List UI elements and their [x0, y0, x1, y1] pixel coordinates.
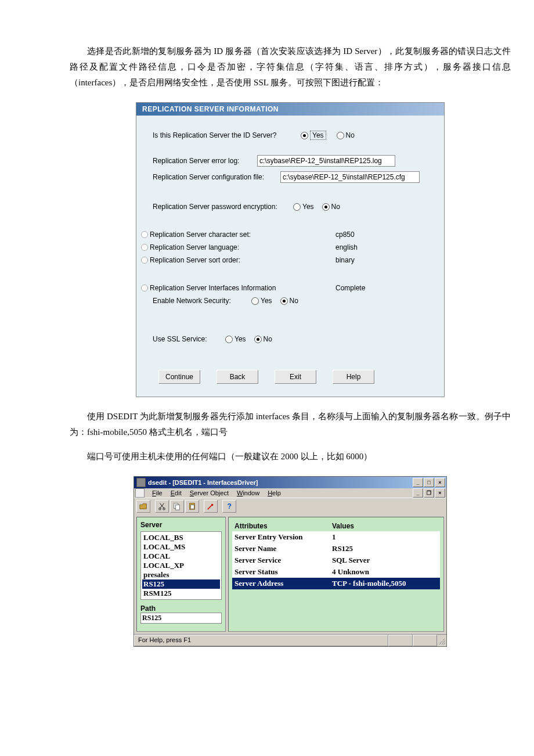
netsec-yes-radio[interactable]: [251, 297, 259, 305]
ping-icon[interactable]: [204, 500, 218, 513]
table-row[interactable]: Server Entry Version 1: [232, 531, 440, 543]
resize-grip-icon[interactable]: [437, 635, 446, 646]
dsedit-titlebar: dsedit - [DSEDIT1 - InterfacesDriver] _ …: [134, 477, 446, 488]
table-row[interactable]: Server Status 4 Unknown: [232, 566, 440, 578]
sort-radio[interactable]: [141, 257, 148, 264]
mdi-minimize-button[interactable]: _: [413, 488, 423, 498]
path-input[interactable]: [140, 613, 222, 624]
interfaces-radio[interactable]: [141, 285, 148, 291]
ssl-label: Use SSL Service:: [153, 335, 225, 343]
svg-text:?: ?: [228, 502, 232, 510]
menu-edit[interactable]: Edit: [167, 489, 186, 497]
error-log-input[interactable]: [257, 155, 395, 167]
dsedit-title: dsedit - [DSEDIT1 - InterfacesDriver]: [148, 479, 258, 486]
back-button[interactable]: Back: [217, 370, 258, 384]
open-icon[interactable]: [136, 500, 150, 513]
list-item[interactable]: LOCAL: [142, 552, 220, 561]
ssl-yes-radio[interactable]: [225, 336, 233, 343]
id-server-yes-label: Yes: [310, 131, 326, 140]
server-list[interactable]: LOCAL_BS LOCAL_MS LOCAL LOCAL_XP presale…: [140, 531, 222, 600]
attributes-table: Attributes Values Server Entry Version 1…: [232, 521, 440, 589]
server-panel: Server LOCAL_BS LOCAL_MS LOCAL LOCAL_XP …: [136, 517, 226, 632]
language-value: english: [335, 243, 358, 251]
svg-rect-5: [190, 505, 194, 509]
menu-help[interactable]: Help: [264, 489, 285, 497]
list-item[interactable]: LOCAL_MS: [142, 542, 220, 552]
pwd-encrypt-label: Replication Server password encryption:: [153, 203, 293, 211]
attr-header: Attributes: [232, 521, 330, 531]
server-header: Server: [140, 521, 222, 529]
minimize-button[interactable]: _: [413, 478, 423, 487]
menu-window[interactable]: Window: [233, 489, 264, 497]
body-paragraph-2: 使用 DSEDIT 为此新增复制服务器先行添加 interfaces 条目，名称…: [23, 409, 534, 440]
svg-rect-3: [175, 505, 179, 510]
dsedit-statusbar: For Help, press F1: [134, 634, 446, 646]
table-row[interactable]: Server Service SQL Server: [232, 555, 440, 566]
config-file-input[interactable]: [280, 171, 420, 183]
netsec-yes-label: Yes: [261, 297, 272, 305]
path-label: Path: [140, 604, 222, 613]
continue-button[interactable]: Continue: [158, 370, 200, 384]
charset-label: Replication Server character set:: [150, 231, 335, 239]
screenshot-dsedit: dsedit - [DSEDIT1 - InterfacesDriver] _ …: [134, 476, 447, 647]
config-file-label: Replication Server configuration file:: [153, 173, 280, 181]
menu-serverobject[interactable]: Server Object: [186, 489, 233, 497]
dsedit-menubar: File Edit Server Object Window Help _ ❐ …: [134, 488, 446, 498]
sort-value: binary: [335, 256, 355, 264]
pwd-no-label: No: [331, 203, 340, 211]
app-icon: [136, 478, 146, 487]
ssl-no-radio[interactable]: [254, 336, 262, 343]
netsec-no-radio[interactable]: [280, 297, 288, 305]
table-row-selected[interactable]: Server Address TCP - fshi-mobile,5050: [232, 578, 440, 589]
id-server-no-radio[interactable]: [337, 132, 344, 139]
list-item[interactable]: LOCAL_XP: [142, 561, 220, 570]
language-label: Replication Server language:: [150, 243, 335, 251]
charset-radio[interactable]: [141, 231, 148, 238]
pwd-yes-label: Yes: [302, 203, 314, 211]
ssl-yes-label: Yes: [234, 335, 246, 343]
close-button[interactable]: ×: [435, 478, 445, 487]
charset-value: cp850: [335, 231, 355, 239]
window-title: REPLICATION SERVER INFORMATION: [136, 103, 444, 116]
svg-point-6: [211, 504, 214, 506]
screenshot-replication-server: REPLICATION SERVER INFORMATION Is this R…: [136, 102, 445, 397]
help-button[interactable]: Help: [333, 370, 374, 384]
list-item[interactable]: LOCAL_BS: [142, 533, 220, 542]
body-paragraph-1: 选择是否此新增的复制服务器为 ID 服务器（首次安装应该选择为 ID Serve…: [23, 44, 534, 91]
mdi-icon: [135, 488, 145, 498]
exit-button[interactable]: Exit: [275, 370, 316, 384]
mdi-close-button[interactable]: ×: [435, 488, 445, 498]
id-server-no-label: No: [346, 131, 355, 139]
values-header: Values: [330, 521, 440, 531]
mdi-restore-button[interactable]: ❐: [424, 488, 434, 498]
pwd-no-radio[interactable]: [322, 203, 330, 211]
id-server-label: Is this Replication Server the ID Server…: [153, 131, 301, 139]
id-server-yes-radio[interactable]: [301, 132, 308, 139]
status-cell: [413, 635, 437, 646]
language-radio[interactable]: [141, 244, 148, 251]
cut-icon[interactable]: [155, 500, 169, 513]
paste-icon[interactable]: [185, 500, 199, 513]
interfaces-value: Complete: [335, 284, 365, 292]
interfaces-label: Replication Server Interfaces Informatio…: [150, 284, 335, 292]
pwd-yes-radio[interactable]: [293, 203, 301, 211]
netsec-label: Enable Network Security:: [153, 297, 251, 305]
status-cell: [388, 635, 413, 646]
attributes-panel: Attributes Values Server Entry Version 1…: [228, 517, 444, 632]
maximize-button[interactable]: □: [424, 478, 434, 487]
copy-icon[interactable]: [170, 500, 184, 513]
menu-file[interactable]: File: [148, 489, 167, 497]
help-icon[interactable]: ?: [222, 500, 236, 513]
status-text: For Help, press F1: [134, 635, 388, 646]
list-item[interactable]: presales: [142, 570, 220, 579]
body-paragraph-3: 端口号可使用主机未使用的任何端口（一般建议在 2000 以上，比如 6000）: [23, 449, 534, 465]
dsedit-toolbar: ?: [134, 498, 446, 514]
ssl-no-label: No: [264, 335, 272, 343]
list-item-selected[interactable]: RS125: [142, 579, 220, 589]
error-log-label: Replication Server error log:: [153, 157, 257, 165]
netsec-no-label: No: [290, 297, 298, 305]
list-item[interactable]: RSM125: [142, 589, 220, 598]
table-row[interactable]: Server Name RS125: [232, 543, 440, 555]
sort-label: Replication Server sort order:: [150, 256, 335, 264]
